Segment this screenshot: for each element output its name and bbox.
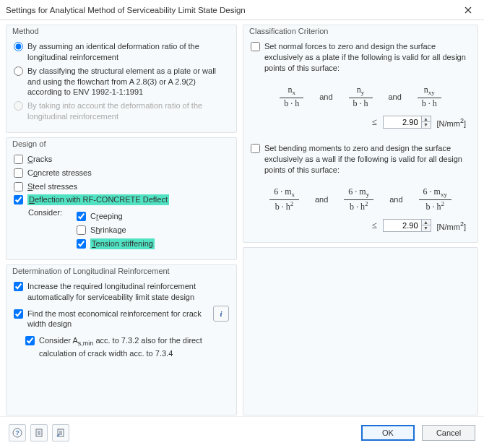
plate-label: Set normal forces to zero and design the… <box>264 41 470 74</box>
unit-label-2: [N/mm2] <box>437 220 466 231</box>
design-deflect-label: Deflection with RF-CONCRETE Deflect <box>27 194 169 205</box>
spin-down-icon[interactable]: ▼ <box>422 122 431 128</box>
method-radio-identical-deformation[interactable] <box>14 42 23 51</box>
close-button[interactable] <box>457 3 480 17</box>
consider-label: Consider: <box>28 208 62 217</box>
design-steel-label: Steel stresses <box>27 181 77 192</box>
le-symbol-2: ≤ <box>371 220 376 231</box>
export-icon[interactable] <box>30 424 48 441</box>
asmin-checkbox[interactable] <box>25 336 35 345</box>
determination-group: Determination of Longitudinal Reinforcem… <box>6 264 237 415</box>
method-radio-classify-flowchart[interactable] <box>14 66 23 76</box>
method-radio-deformation-ratio <box>14 101 23 111</box>
design-concrete-checkbox[interactable] <box>14 168 23 178</box>
plate-limit-input[interactable] <box>384 116 421 128</box>
design-steel-checkbox[interactable] <box>14 182 23 191</box>
shrinkage-checkbox[interactable] <box>77 225 86 235</box>
titlebar: Settings for Analytical Method of Servic… <box>0 0 484 20</box>
info-icon[interactable]: i <box>213 306 229 322</box>
design-cracks-label: Cracks <box>27 154 52 165</box>
plate-limit-spinbox[interactable]: ▲▼ <box>383 116 431 129</box>
wall-label: Set bending moments to zero and design t… <box>264 143 470 176</box>
method-label-2: By classifying the structural element as… <box>27 66 229 98</box>
creeping-checkbox[interactable] <box>77 212 86 221</box>
shrinkage-label: Shrinkage <box>90 225 126 236</box>
wall-limit-input[interactable] <box>384 220 421 231</box>
design-deflect-checkbox[interactable] <box>14 195 23 204</box>
creeping-label: Creeping <box>90 211 123 222</box>
tension-stiffening-label: Tension stiffening <box>90 238 155 249</box>
design-concrete-label: Concrete stresses <box>27 168 92 178</box>
method-label-1: By assuming an identical deformation rat… <box>27 41 229 63</box>
cancel-button[interactable]: Cancel <box>422 425 475 441</box>
spin-up-icon[interactable]: ▲ <box>422 116 431 122</box>
spin-down-icon[interactable]: ▼ <box>422 225 431 231</box>
economical-reinforcement-label: Find the most economical reinforcement f… <box>27 309 213 330</box>
classification-group: Classification Criterion Set normal forc… <box>243 25 478 243</box>
method-group: Method By assuming an identical deformat… <box>6 25 237 133</box>
plate-formula: nxb · h and nyb · h and nxyb · h <box>251 85 470 108</box>
wall-formula: 6 · mxb · h2 and 6 · myb · h2 and 6 · mx… <box>251 187 470 212</box>
asmin-label: Consider As,min acc. to 7.3.2 also for t… <box>39 335 229 358</box>
classification-title: Classification Criterion <box>249 27 328 35</box>
design-cracks-checkbox[interactable] <box>14 155 23 164</box>
svg-text:?: ? <box>15 429 20 436</box>
wall-limit-spinbox[interactable]: ▲▼ <box>383 219 431 232</box>
design-of-title: Design of <box>12 139 46 148</box>
method-label-3: By taking into account the deformation r… <box>27 100 229 122</box>
determination-title: Determination of Longitudinal Reinforcem… <box>12 267 170 275</box>
increase-reinforcement-checkbox[interactable] <box>14 282 23 291</box>
ok-button[interactable]: OK <box>361 425 415 441</box>
method-title: Method <box>12 27 39 35</box>
le-symbol: ≤ <box>371 116 376 128</box>
help-icon[interactable]: ? <box>9 424 26 441</box>
window-title: Settings for Analytical Method of Servic… <box>6 6 246 14</box>
increase-reinforcement-label: Increase the required longitudinal reinf… <box>27 281 229 303</box>
empty-group <box>243 247 478 415</box>
design-of-group: Design of Cracks Concrete stresses Steel… <box>6 137 237 260</box>
footer: ? OK Cancel <box>0 416 484 448</box>
wall-checkbox[interactable] <box>251 144 260 153</box>
import-icon[interactable] <box>52 424 69 441</box>
plate-checkbox[interactable] <box>251 42 260 51</box>
spin-up-icon[interactable]: ▲ <box>422 220 431 225</box>
tension-stiffening-checkbox[interactable] <box>77 239 86 249</box>
economical-reinforcement-checkbox[interactable] <box>14 309 23 319</box>
unit-label: [N/mm2] <box>437 117 466 128</box>
